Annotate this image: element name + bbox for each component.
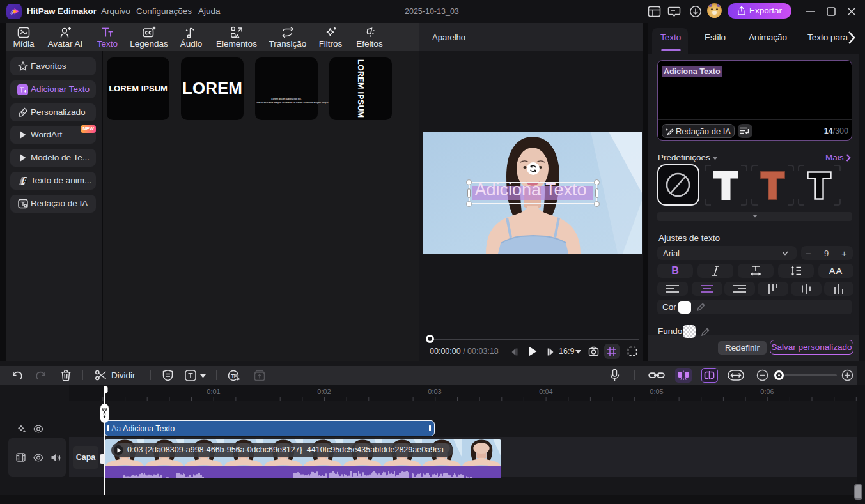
svg-text:A: A [23,177,28,185]
